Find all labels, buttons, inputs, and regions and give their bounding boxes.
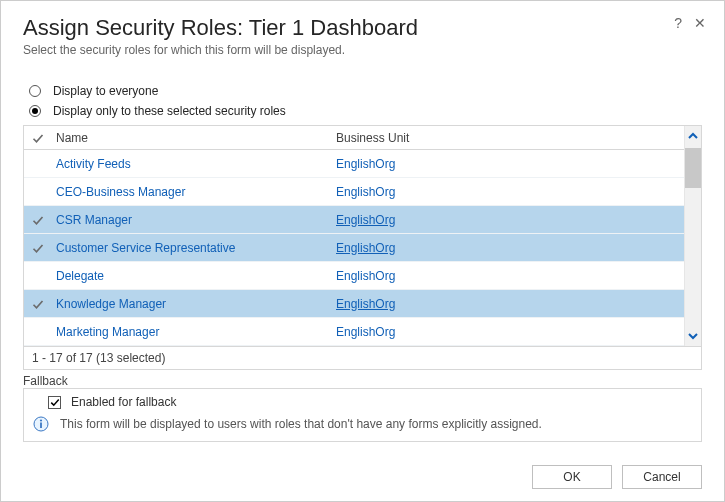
- role-name-link[interactable]: Knowledge Manager: [56, 297, 166, 311]
- role-name-link[interactable]: Customer Service Representative: [56, 241, 235, 255]
- row-check-icon[interactable]: [24, 242, 52, 254]
- scroll-down-icon[interactable]: [685, 326, 701, 346]
- role-name-link[interactable]: Marketing Manager: [56, 325, 159, 339]
- business-unit-link[interactable]: EnglishOrg: [336, 185, 395, 199]
- close-icon[interactable]: ✕: [694, 15, 706, 31]
- dialog-title: Assign Security Roles: Tier 1 Dashboard: [23, 15, 702, 41]
- row-name-cell: CEO-Business Manager: [52, 185, 332, 199]
- grid-footer: 1 - 17 of 17 (13 selected): [23, 347, 702, 370]
- fallback-checkbox-label: Enabled for fallback: [71, 395, 176, 409]
- column-header-name[interactable]: Name: [52, 131, 332, 145]
- fallback-info-text: This form will be displayed to users wit…: [60, 417, 542, 431]
- row-name-cell: Activity Feeds: [52, 157, 332, 171]
- table-row[interactable]: CEO-Business ManagerEnglishOrg: [24, 178, 684, 206]
- info-icon: [32, 415, 50, 433]
- row-check-icon[interactable]: [24, 298, 52, 310]
- table-row[interactable]: Customer Service RepresentativeEnglishOr…: [24, 234, 684, 262]
- fallback-section: Enabled for fallback This form will be d…: [23, 388, 702, 442]
- business-unit-link[interactable]: EnglishOrg: [336, 213, 395, 227]
- svg-point-1: [40, 419, 42, 421]
- role-name-link[interactable]: Activity Feeds: [56, 157, 131, 171]
- ok-button[interactable]: OK: [532, 465, 612, 489]
- display-selected-label: Display only to these selected security …: [53, 104, 286, 118]
- row-name-cell: Marketing Manager: [52, 325, 332, 339]
- table-row[interactable]: CSR ManagerEnglishOrg: [24, 206, 684, 234]
- row-bu-cell: EnglishOrg: [332, 157, 684, 171]
- business-unit-link[interactable]: EnglishOrg: [336, 241, 395, 255]
- business-unit-link[interactable]: EnglishOrg: [336, 269, 395, 283]
- row-bu-cell: EnglishOrg: [332, 185, 684, 199]
- business-unit-link[interactable]: EnglishOrg: [336, 157, 395, 171]
- radio-icon: [29, 85, 41, 97]
- column-header-business-unit[interactable]: Business Unit: [332, 131, 684, 145]
- row-check-icon[interactable]: [24, 214, 52, 226]
- role-name-link[interactable]: CEO-Business Manager: [56, 185, 185, 199]
- row-check-icon[interactable]: [24, 326, 52, 338]
- row-check-icon[interactable]: [24, 186, 52, 198]
- row-bu-cell: EnglishOrg: [332, 213, 684, 227]
- role-name-link[interactable]: CSR Manager: [56, 213, 132, 227]
- business-unit-link[interactable]: EnglishOrg: [336, 297, 395, 311]
- display-selected-option[interactable]: Display only to these selected security …: [23, 101, 702, 121]
- row-check-icon[interactable]: [24, 270, 52, 282]
- row-bu-cell: EnglishOrg: [332, 297, 684, 311]
- row-name-cell: CSR Manager: [52, 213, 332, 227]
- table-row[interactable]: Knowledge ManagerEnglishOrg: [24, 290, 684, 318]
- cancel-button[interactable]: Cancel: [622, 465, 702, 489]
- row-name-cell: Delegate: [52, 269, 332, 283]
- select-all-checkbox[interactable]: [24, 132, 52, 144]
- dialog-subtitle: Select the security roles for which this…: [23, 43, 702, 57]
- table-row[interactable]: Activity FeedsEnglishOrg: [24, 150, 684, 178]
- row-bu-cell: EnglishOrg: [332, 325, 684, 339]
- row-check-icon[interactable]: [24, 158, 52, 170]
- svg-rect-2: [40, 423, 42, 429]
- fallback-checkbox[interactable]: [48, 396, 61, 409]
- table-row[interactable]: Marketing ManagerEnglishOrg: [24, 318, 684, 346]
- scrollbar[interactable]: [684, 126, 701, 346]
- scroll-up-icon[interactable]: [685, 126, 701, 146]
- fallback-section-title: Fallback: [23, 374, 702, 388]
- role-name-link[interactable]: Delegate: [56, 269, 104, 283]
- display-everyone-option[interactable]: Display to everyone: [23, 81, 702, 101]
- roles-grid: Name Business Unit Activity FeedsEnglish…: [23, 125, 702, 347]
- row-name-cell: Knowledge Manager: [52, 297, 332, 311]
- business-unit-link[interactable]: EnglishOrg: [336, 325, 395, 339]
- grid-header: Name Business Unit: [24, 126, 684, 150]
- row-bu-cell: EnglishOrg: [332, 241, 684, 255]
- radio-icon: [29, 105, 41, 117]
- row-name-cell: Customer Service Representative: [52, 241, 332, 255]
- table-row[interactable]: DelegateEnglishOrg: [24, 262, 684, 290]
- row-bu-cell: EnglishOrg: [332, 269, 684, 283]
- help-icon[interactable]: ?: [674, 15, 682, 31]
- display-everyone-label: Display to everyone: [53, 84, 158, 98]
- scroll-thumb[interactable]: [685, 148, 701, 188]
